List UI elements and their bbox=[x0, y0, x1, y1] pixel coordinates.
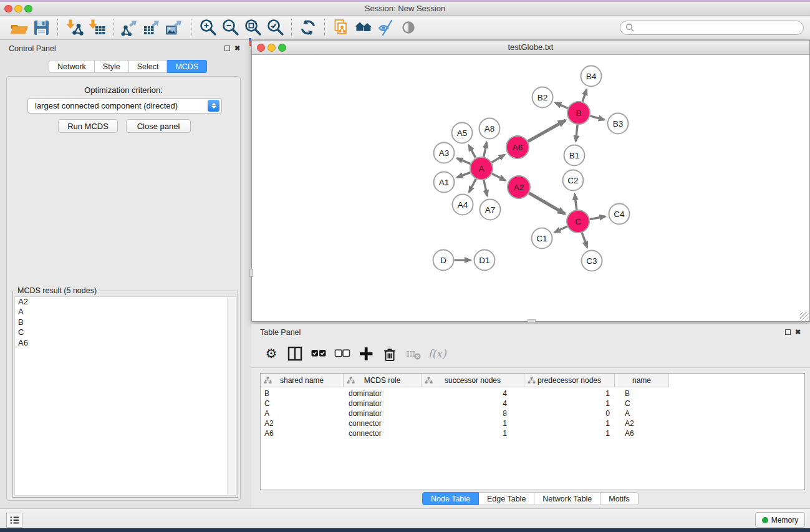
tab-mcds[interactable]: MCDS bbox=[167, 60, 207, 73]
export-table-button[interactable] bbox=[141, 17, 163, 38]
tab-motifs[interactable]: Motifs bbox=[600, 492, 638, 505]
close-window-button[interactable] bbox=[4, 5, 12, 13]
float-panel-icon[interactable] bbox=[785, 329, 791, 335]
graph-edge[interactable] bbox=[457, 173, 470, 178]
graph-edge[interactable] bbox=[590, 116, 604, 120]
mcds-result-item[interactable]: A2 bbox=[15, 297, 236, 307]
mcds-result-list[interactable]: A2ABCA6 bbox=[14, 296, 236, 496]
float-panel-icon[interactable] bbox=[224, 46, 230, 51]
delete-row-button[interactable] bbox=[382, 344, 398, 363]
graph-node[interactable]: D1 bbox=[475, 250, 495, 271]
graph-edge[interactable] bbox=[582, 89, 587, 102]
import-table-button[interactable] bbox=[85, 17, 108, 38]
graph-node[interactable]: A3 bbox=[434, 143, 455, 163]
graph-edge[interactable] bbox=[582, 233, 587, 248]
mcds-result-item[interactable]: A6 bbox=[15, 338, 236, 348]
graph-node[interactable]: A5 bbox=[452, 123, 473, 143]
network-from-document-button[interactable] bbox=[330, 17, 352, 38]
graph-node[interactable]: C bbox=[567, 210, 589, 233]
tab-network[interactable]: Network bbox=[49, 60, 95, 73]
vertical-scroll-thumb[interactable] bbox=[249, 269, 253, 277]
graph-edge[interactable] bbox=[528, 120, 566, 142]
open-folder-button[interactable] bbox=[7, 17, 30, 38]
graph-node[interactable]: A8 bbox=[480, 118, 500, 139]
table-row[interactable]: Cdominator41C bbox=[261, 399, 804, 409]
graph-edge[interactable] bbox=[575, 194, 577, 210]
graph-node[interactable]: A6 bbox=[506, 136, 529, 158]
graph-edge[interactable] bbox=[469, 179, 476, 192]
column-header-successor-nodes[interactable]: successor nodes bbox=[422, 374, 524, 387]
run-mcds-button[interactable]: Run MCDS bbox=[58, 119, 118, 133]
graph-node[interactable]: A7 bbox=[480, 200, 501, 220]
graph-node[interactable]: B bbox=[567, 102, 590, 124]
minimize-window-button[interactable] bbox=[14, 5, 22, 13]
memory-button[interactable]: Memory bbox=[755, 512, 805, 528]
graph-node[interactable]: C2 bbox=[563, 170, 584, 191]
column-header-shared-name[interactable]: shared name bbox=[261, 374, 344, 387]
resize-grip-icon[interactable] bbox=[800, 312, 809, 321]
graph-edge[interactable] bbox=[590, 216, 605, 220]
hide-details-button[interactable] bbox=[375, 17, 397, 38]
close-panel-icon[interactable]: ✖ bbox=[234, 45, 240, 52]
graph-node[interactable]: B2 bbox=[533, 87, 553, 108]
tab-select[interactable]: Select bbox=[129, 60, 168, 73]
add-row-button[interactable] bbox=[358, 344, 374, 363]
column-header-MCDS-role[interactable]: MCDS role bbox=[344, 374, 422, 387]
graph-node[interactable]: B3 bbox=[608, 114, 629, 134]
graph-edge[interactable] bbox=[457, 158, 471, 164]
graph-node[interactable]: A4 bbox=[453, 195, 473, 215]
zoom-out-button[interactable] bbox=[219, 17, 241, 38]
show-details-button[interactable] bbox=[397, 17, 420, 38]
graph-edge[interactable] bbox=[469, 145, 476, 158]
task-history-button[interactable] bbox=[6, 513, 22, 528]
tab-node-table[interactable]: Node Table bbox=[422, 492, 479, 505]
graph-node[interactable]: C3 bbox=[582, 251, 602, 271]
zoom-network-button[interactable] bbox=[278, 44, 286, 52]
gear-button[interactable]: ⚙ bbox=[263, 344, 279, 363]
network-canvas[interactable]: AA1A2A3A4A5A6A7A8BB1B2B3B4CC1C2C3C4DD1 bbox=[252, 55, 809, 321]
mcds-result-item[interactable]: B bbox=[15, 317, 236, 327]
close-panel-button[interactable]: Close panel bbox=[126, 119, 191, 133]
graph-node[interactable]: D bbox=[433, 250, 454, 271]
zoom-in-button[interactable] bbox=[196, 17, 219, 38]
scrollbar[interactable] bbox=[227, 297, 235, 495]
network-window-titlebar[interactable]: testGlobe.txt bbox=[252, 41, 809, 55]
table-row[interactable]: Adominator80A bbox=[261, 409, 804, 418]
table-row[interactable]: A6connector11A6 bbox=[261, 428, 804, 438]
graph-edge[interactable] bbox=[554, 226, 567, 233]
graph-node[interactable]: A1 bbox=[434, 172, 455, 193]
zoom-fit-button[interactable] bbox=[241, 17, 264, 38]
graph-edge[interactable] bbox=[492, 174, 506, 181]
mcds-result-item[interactable]: A bbox=[15, 307, 236, 317]
horizontal-scroll-thumb[interactable] bbox=[528, 319, 536, 323]
graph-edge[interactable] bbox=[529, 193, 565, 215]
tab-network-table[interactable]: Network Table bbox=[534, 492, 600, 505]
graph-node[interactable]: C1 bbox=[532, 228, 552, 249]
save-button[interactable] bbox=[30, 17, 52, 38]
graph-edge[interactable] bbox=[576, 125, 577, 142]
export-network-button[interactable] bbox=[118, 17, 141, 38]
close-network-button[interactable] bbox=[257, 44, 265, 52]
deselect-all-button[interactable] bbox=[334, 344, 350, 363]
table-row[interactable]: Bdominator41B bbox=[261, 389, 804, 399]
minimize-network-button[interactable] bbox=[268, 44, 276, 52]
columns-button[interactable] bbox=[287, 344, 303, 363]
home-button[interactable] bbox=[352, 17, 375, 38]
import-network-button[interactable] bbox=[63, 17, 85, 38]
graph-edge[interactable] bbox=[491, 155, 504, 162]
graph-node[interactable]: A2 bbox=[508, 176, 530, 198]
tab-style[interactable]: Style bbox=[95, 60, 129, 73]
search-field[interactable] bbox=[620, 21, 804, 35]
column-header-predecessor-nodes[interactable]: predecessor nodes bbox=[524, 374, 615, 387]
graph-node[interactable]: C4 bbox=[609, 204, 630, 225]
select-all-button[interactable] bbox=[311, 344, 327, 363]
close-panel-icon[interactable]: ✖ bbox=[795, 329, 801, 336]
zoom-window-button[interactable] bbox=[24, 5, 32, 13]
graph-edge[interactable] bbox=[556, 103, 568, 109]
graph-edge[interactable] bbox=[484, 180, 487, 196]
column-header-name[interactable]: name bbox=[615, 374, 669, 387]
mcds-result-item[interactable]: C bbox=[15, 327, 236, 337]
graph-node[interactable]: B4 bbox=[581, 66, 602, 87]
graph-edge[interactable] bbox=[484, 142, 487, 157]
zoom-selected-button[interactable] bbox=[264, 17, 286, 38]
